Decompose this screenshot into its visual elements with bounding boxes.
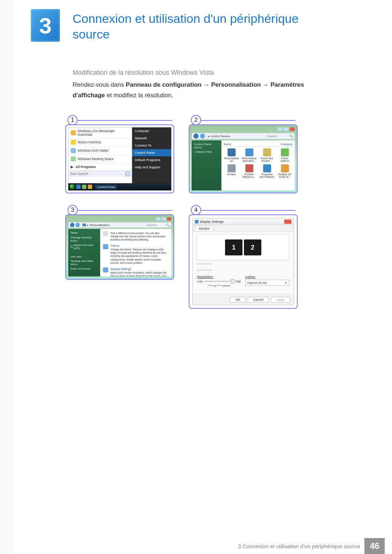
dialog-title: Display Settings: [200, 220, 283, 223]
start-menu-item[interactable]: Windows Live Messenger Download: [69, 128, 132, 138]
cp-item-realtek-audio[interactable]: Realtek HD Audio M...: [277, 164, 293, 178]
taskbar: Control Panel: [68, 183, 171, 190]
page-number: 46: [364, 538, 385, 554]
colors-combo[interactable]: Highest (32 bit) ▾: [245, 280, 289, 286]
cp-item-programs-features[interactable]: Programs and Features: [259, 164, 275, 178]
window-close-icon[interactable]: [290, 127, 295, 131]
step-number-2: 2: [191, 115, 201, 125]
search-icon[interactable]: [125, 171, 130, 176]
window-close-icon[interactable]: [284, 219, 291, 224]
cancel-button[interactable]: Cancel: [248, 297, 269, 303]
intro-path-1: Panneau de configuration: [126, 81, 201, 88]
arrow-icon: →: [203, 81, 209, 88]
start-right-item[interactable]: Computer: [132, 127, 171, 135]
start-right-item[interactable]: Help and Support: [132, 164, 171, 171]
theme-icon: [103, 244, 108, 249]
step-connector: [78, 120, 172, 121]
colors-label: Colors:: [245, 275, 289, 279]
column-headers: Name Category: [224, 143, 293, 147]
personalization-entry-display-settings[interactable]: Display SettingsAdjust your monitor reso…: [103, 267, 168, 276]
display-icon: [103, 267, 108, 272]
nav-forward-icon[interactable]: [75, 223, 80, 227]
footer-text: 3 Connexion et utilisation d'un périphér…: [238, 543, 360, 549]
chevron-down-icon: ▾: [284, 281, 287, 284]
screenshot-display-settings: Display Settings Monitor 1 2 ********** …: [189, 214, 298, 309]
resolution-label: Resolution:: [197, 275, 241, 279]
taskbar-active-window[interactable]: Control Panel: [95, 185, 117, 189]
nav-back-icon[interactable]: [70, 223, 74, 227]
breadcrumb[interactable]: ▸ Personalization: [81, 223, 145, 227]
shield-icon: [70, 246, 73, 248]
window-maximize-icon[interactable]: [283, 127, 289, 131]
screenshot-personalization: ▸ Personalization Search 🔍 Tasks Change …: [65, 214, 174, 280]
screenshot-grid: 1 Windows Live Messenger Download Norton…: [65, 118, 319, 323]
taskbar-folder-icon[interactable]: [88, 185, 92, 189]
step-1-cell: 1 Windows Live Messenger Download Norton…: [65, 118, 174, 193]
breadcrumb[interactable]: ▸ Control Panel ▸: [207, 135, 265, 138]
start-menu-item[interactable]: Norton AntiVirus: [69, 138, 132, 147]
step-3-cell: 3 ▸ Personalization Search 🔍: [65, 208, 174, 309]
start-search-row: [69, 171, 132, 177]
arrow-icon: →: [262, 81, 269, 88]
section-heading: Modification de la résolution sous Windo…: [73, 69, 214, 77]
nav-back-icon[interactable]: [193, 134, 199, 139]
col-name[interactable]: Name: [224, 143, 281, 146]
chapter-title: Connexion et utilisation d'un périphériq…: [73, 11, 334, 42]
cp-item-problem-reports[interactable]: Problem Reports a...: [241, 164, 257, 178]
start-right-item[interactable]: Connect To: [132, 142, 171, 149]
cp-item-personalization[interactable]: Personalizati on: [224, 148, 239, 162]
sidebar-link-classic-view[interactable]: • Classic View: [194, 150, 219, 153]
sidebar-link-taskbar[interactable]: Taskbar and Start Menu: [70, 259, 98, 266]
resolution-slider[interactable]: Low High: [197, 280, 241, 283]
start-menu-item[interactable]: Windows Meeting Space: [69, 155, 132, 163]
monitor-preview[interactable]: 1 2: [197, 234, 289, 260]
monitor-icon: [82, 223, 86, 226]
apply-button[interactable]: Apply: [271, 297, 290, 303]
start-right-item[interactable]: Default Programs: [132, 156, 171, 164]
start-right-item-highlighted[interactable]: Control Panel: [132, 149, 171, 156]
explorer-search-input[interactable]: Search: [266, 135, 288, 138]
slider-high-label: High: [235, 280, 241, 283]
sidebar-link-desktop-icons[interactable]: Change desktop icons: [70, 236, 98, 242]
window-minimize-icon[interactable]: [156, 217, 160, 221]
start-right-item[interactable]: Network: [132, 135, 171, 142]
step-connector: [201, 120, 295, 121]
step-connector: [78, 210, 172, 211]
ok-button[interactable]: OK: [230, 297, 245, 303]
dialog-button-row: OK Cancel Apply: [193, 294, 294, 305]
monitor-1-icon[interactable]: 1: [225, 239, 242, 255]
search-icon[interactable]: 🔍: [289, 135, 293, 138]
page-left-margin: [0, 0, 12, 554]
sidebar-link-font-size[interactable]: Adjust font size (DPI): [70, 243, 98, 250]
monitor-2-icon[interactable]: 2: [244, 239, 261, 255]
all-programs[interactable]: ▶All Programs: [69, 163, 132, 171]
resolution-value: **** by **** pixels: [197, 284, 241, 287]
sidebar-link-ease-access[interactable]: Ease of Access: [70, 267, 98, 270]
cp-item-performance[interactable]: Performance Informatio...: [241, 148, 257, 162]
explorer-search-input[interactable]: Search: [146, 223, 165, 227]
intro-paragraph: Rendez-vous dans Panneau de configuratio…: [73, 80, 334, 101]
personalization-entry-mouse[interactable]: Pick a different mouse pointer. You can …: [103, 231, 168, 241]
window-maximize-icon[interactable]: [162, 217, 166, 221]
slider-thumb[interactable]: [231, 279, 234, 283]
cp-item-printers[interactable]: Printers: [224, 164, 239, 178]
cp-item-phone-modem[interactable]: Phone and Modem ...: [259, 148, 275, 162]
window-close-icon[interactable]: [167, 217, 171, 221]
nav-forward-icon[interactable]: [200, 134, 205, 139]
screenshot-control-panel: ▸ Control Panel ▸ Search 🔍 Control Panel…: [189, 124, 298, 193]
personalization-entry-theme[interactable]: ThemeChange the theme. Themes can change…: [103, 244, 168, 264]
window-minimize-icon[interactable]: [277, 127, 282, 131]
mouse-pointer-icon: [103, 231, 108, 236]
see-also-header: See also: [70, 255, 98, 258]
step-2-cell: 2 ▸ Control Panel ▸ Search 🔍: [189, 118, 298, 193]
intro-path-2: Personnalisation: [211, 81, 261, 88]
tab-monitor[interactable]: Monitor: [195, 226, 214, 231]
taskbar-ie-icon[interactable]: [76, 185, 81, 189]
start-orb-icon[interactable]: [70, 184, 75, 189]
start-search-input[interactable]: [69, 171, 125, 177]
taskbar-media-icon[interactable]: [82, 185, 86, 189]
start-menu-item[interactable]: Windows DVD Maker: [69, 147, 132, 155]
search-icon[interactable]: 🔍: [166, 223, 170, 227]
cp-item-power-options[interactable]: Power Options: [277, 148, 293, 162]
col-category[interactable]: Category: [281, 143, 293, 146]
